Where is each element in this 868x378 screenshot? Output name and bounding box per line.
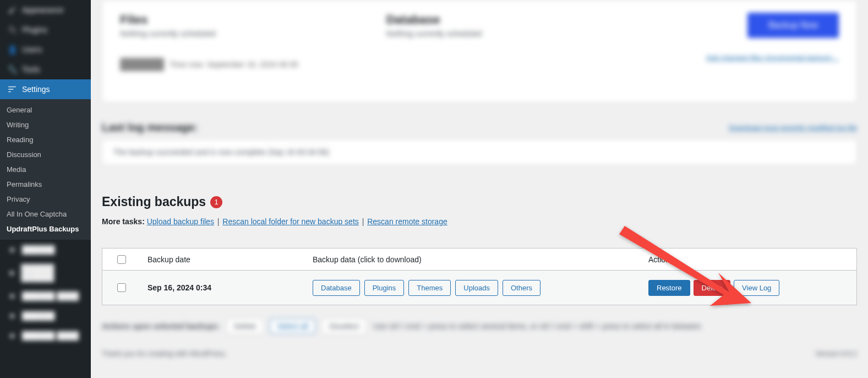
settings-submenu: General Writing Reading Discussion Media…: [0, 99, 91, 240]
tools-icon: 🔧: [7, 64, 18, 75]
sidebar-label: ██████ ██████: [21, 264, 84, 282]
download-others[interactable]: Others: [503, 280, 541, 296]
files-label: Files: [120, 13, 298, 27]
sidebar-label-settings: Settings: [22, 85, 50, 94]
footer-right: Version 6.6.2: [815, 349, 857, 358]
incremental-link[interactable]: Add changed files (incremental backup)…: [706, 53, 839, 62]
selected-actions-row: Actions upon selected backups: Delete Se…: [102, 318, 857, 334]
submenu-captcha[interactable]: All In One Captcha: [0, 207, 91, 222]
download-themes[interactable]: Themes: [408, 280, 451, 296]
sidebar-label: Appearance: [22, 6, 64, 14]
sidebar-item-blur3[interactable]: ■██████ ████: [0, 286, 91, 306]
sidebar-item-blur2[interactable]: ■██████ ██████: [0, 260, 91, 286]
view-log-button[interactable]: View Log: [734, 280, 779, 296]
generic-icon: ■: [7, 244, 18, 255]
selected-actions-label: Actions upon selected backups:: [102, 322, 220, 331]
download-log-link[interactable]: Download most recently modified log file: [729, 123, 857, 132]
backup-now-button[interactable]: Backup Now: [747, 13, 839, 38]
sidebar-item-appearance[interactable]: 🖌 Appearance: [0, 0, 91, 20]
existing-backups-heading-row: Existing backups 1: [102, 195, 857, 209]
plugins-icon: 🔌: [7, 24, 18, 35]
footer-left: Thank you for creating with WordPress.: [102, 349, 227, 358]
time-now: Time now: September 16, 2024 00:35: [170, 60, 298, 69]
submenu-reading[interactable]: Reading: [0, 132, 91, 147]
table-header-row: Backup date Backup data (click to downlo…: [102, 249, 856, 271]
td-data: Database Plugins Themes Uploads Others: [306, 280, 642, 296]
appearance-icon: 🖌: [7, 4, 18, 15]
sidebar-item-plugins[interactable]: 🔌 Plugins: [0, 20, 91, 40]
sidebar-item-blur4[interactable]: ■██████: [0, 306, 91, 326]
select-all-button[interactable]: Select all: [270, 318, 315, 334]
th-actions: Actions: [642, 255, 856, 264]
sidebar-item-tools[interactable]: 🔧 Tools: [0, 60, 91, 79]
db-sub: Nothing currently scheduled: [386, 29, 482, 38]
table-row: Sep 16, 2024 0:34 Database Plugins Theme…: [102, 271, 856, 305]
more-tasks-row: More tasks: Upload backup files | Rescan…: [102, 217, 857, 226]
row-checkbox[interactable]: [117, 283, 126, 292]
schedule-panel: Files Nothing currently scheduled Time n…: [102, 0, 857, 102]
time-box: [120, 58, 164, 71]
th-checkbox: [102, 255, 141, 264]
settings-icon: [7, 84, 18, 95]
sidebar-label: Plugins: [22, 25, 47, 34]
submenu-privacy[interactable]: Privacy: [0, 192, 91, 207]
sidebar-label: Users: [22, 45, 42, 54]
submenu-writing[interactable]: Writing: [0, 117, 91, 132]
th-data: Backup data (click to download): [306, 255, 642, 264]
download-plugins[interactable]: Plugins: [364, 280, 405, 296]
rescan-remote-link[interactable]: Rescan remote storage: [367, 217, 447, 226]
generic-icon: ■: [7, 310, 18, 321]
td-checkbox: [102, 283, 141, 292]
more-tasks-label: More tasks:: [102, 217, 145, 226]
separator: |: [217, 217, 220, 226]
log-section: Last log message: Download most recently…: [102, 121, 857, 165]
log-heading: Last log message:: [102, 121, 198, 134]
restore-button[interactable]: Restore: [648, 280, 690, 296]
submenu-updraftplus[interactable]: UpdraftPlus Backups: [0, 222, 91, 236]
sidebar-label: ██████: [22, 311, 55, 320]
users-icon: 👤: [7, 44, 18, 55]
sidebar-item-blur1[interactable]: ■██████: [0, 240, 91, 260]
submenu-general[interactable]: General: [0, 102, 91, 117]
backup-count-badge: 1: [210, 196, 222, 208]
delete-selected-button[interactable]: Delete: [227, 318, 263, 334]
backups-table: Backup date Backup data (click to downlo…: [102, 248, 857, 305]
th-date: Backup date: [141, 255, 306, 264]
select-all-checkbox[interactable]: [117, 255, 126, 264]
upload-backup-link[interactable]: Upload backup files: [147, 217, 214, 226]
generic-icon: ■: [7, 267, 17, 278]
sidebar-item-users[interactable]: 👤 Users: [0, 40, 91, 60]
generic-icon: ■: [7, 330, 18, 341]
sidebar-item-blur5[interactable]: ■██████ ████: [0, 326, 91, 345]
sidebar-label: Tools: [22, 65, 40, 74]
separator: |: [362, 217, 364, 226]
wp-footer: Thank you for creating with WordPress. V…: [102, 349, 857, 358]
sidebar-item-settings[interactable]: Settings: [0, 79, 91, 99]
selection-hint: Use ctrl / cmd + press to select several…: [373, 322, 701, 331]
generic-icon: ■: [7, 290, 18, 301]
submenu-media[interactable]: Media: [0, 162, 91, 177]
deselect-button[interactable]: Deselect: [322, 318, 366, 334]
existing-backups-heading: Existing backups: [102, 195, 206, 209]
log-body: The backup succeeded and is now complete…: [102, 139, 857, 165]
delete-button[interactable]: Delete: [694, 280, 731, 296]
td-date: Sep 16, 2024 0:34: [141, 283, 306, 292]
wp-admin-sidebar: 🖌 Appearance 🔌 Plugins 👤 Users 🔧 Tools S…: [0, 0, 91, 378]
submenu-discussion[interactable]: Discussion: [0, 147, 91, 162]
db-label: Database: [386, 13, 482, 27]
submenu-permalinks[interactable]: Permalinks: [0, 177, 91, 192]
download-uploads[interactable]: Uploads: [455, 280, 498, 296]
td-actions: Restore Delete View Log: [642, 280, 856, 296]
content-area: Files Nothing currently scheduled Time n…: [91, 0, 868, 378]
sidebar-label: ██████ ████: [22, 331, 79, 340]
sidebar-label: ██████ ████: [22, 291, 79, 300]
sidebar-label: ██████: [22, 245, 55, 254]
rescan-local-link[interactable]: Rescan local folder for new backup sets: [222, 217, 358, 226]
download-database[interactable]: Database: [313, 280, 360, 296]
files-sub: Nothing currently scheduled: [120, 29, 298, 38]
